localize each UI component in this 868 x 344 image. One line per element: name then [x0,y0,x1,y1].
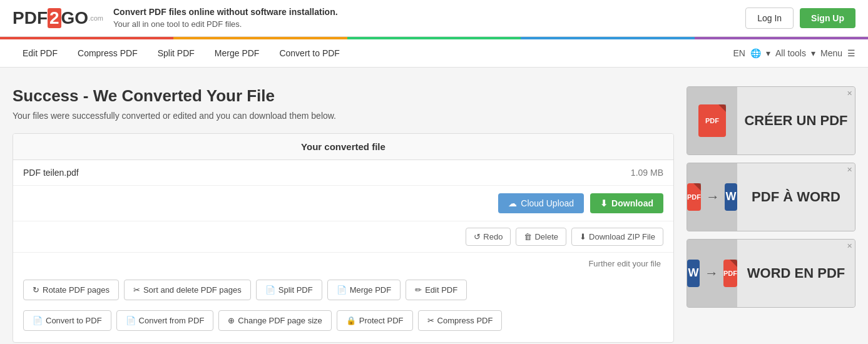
download-button[interactable]: ⬇ Download [590,193,663,213]
ad-pdf-word-close[interactable]: ✕ [847,166,852,174]
header-tagline: Convert PDF files online without softwar… [113,6,338,30]
compress-pdf-button[interactable]: ✂ Compress PDF [418,310,503,331]
lock-icon: 🔒 [346,316,356,325]
word-icon [725,183,737,211]
file-box-header: Your converted file [13,134,673,160]
nav-compress-pdf[interactable]: Compress PDF [68,39,148,67]
arrow-icon-1: → [706,189,720,205]
scissors-icon: ✂ [133,285,140,295]
edit-tools-row: ↻ Rotate PDF pages ✂ Sort and delete PDF… [23,275,663,305]
convert-from-pdf-button[interactable]: 📄 Convert from PDF [116,310,214,331]
main: Success - We Converted Your File Your fi… [0,68,868,344]
change-size-label: Change PDF page size [238,316,322,325]
download-icon: ⬇ [600,198,608,208]
pdf-icon-corner [718,104,726,112]
ad-pdf-word-text: PDF À WORD [752,189,840,205]
ad-word-en-pdf[interactable]: → WORD EN PDF ✕ [687,239,855,308]
edit-pdf-button[interactable]: ✏ Edit PDF [406,280,467,300]
ad-word-en-pdf-close[interactable]: ✕ [847,242,852,250]
nav-all-tools[interactable]: All tools [775,48,806,58]
merge-label: Merge PDF [350,285,391,295]
nav-menu[interactable]: Menu [820,48,842,58]
protect-pdf-button[interactable]: 🔒 Protect PDF [337,310,413,331]
rotate-pdf-button[interactable]: ↻ Rotate PDF pages [23,280,119,300]
logo-2: 2 [48,8,61,28]
zip-label: Download ZIP File [589,232,655,241]
page-subtitle: Your files were successfully converted o… [13,111,674,121]
cloud-upload-button[interactable]: ☁ Cloud Upload [498,193,584,213]
redo-label: Redo [483,232,503,241]
ad-pdf-word-text-area: PDF À WORD [737,163,855,231]
convert-to-label: Convert to PDF [46,316,102,325]
header-right: Log In Sign Up [745,8,855,29]
sort-delete-button[interactable]: ✂ Sort and delete PDF pages [124,280,251,300]
menu-icon: ☰ [847,48,855,58]
delete-button[interactable]: 🗑 Delete [516,228,566,246]
rotate-label: Rotate PDF pages [43,285,110,295]
redo-icon: ↺ [474,232,481,241]
convert-from-label: Convert from PDF [139,316,205,325]
edit-section: Further edit your file ↻ Rotate PDF page… [13,253,673,342]
pdf-icon-creer [698,104,726,137]
logo-pdf: PDF [13,8,48,28]
edit-icon: ✏ [415,285,422,295]
edit-actions-row: ↺ Redo 🗑 Delete ⬇ Download ZIP File [13,221,673,253]
ad-pdf-word-icon-area: → [687,163,737,231]
ad-pdf-word[interactable]: → PDF À WORD ✕ [687,163,855,231]
pdf-icon-corner3 [730,260,737,267]
signup-button[interactable]: Sign Up [800,8,855,28]
cloud-upload-label: Cloud Upload [521,198,574,208]
resize-icon: ⊕ [228,316,235,325]
convert-to-pdf-button[interactable]: 📄 Convert to PDF [23,310,111,331]
page-title: Success - We Converted Your File [13,86,674,106]
sidebar: CRÉER UN PDF ✕ → PDF À WORD ✕ [687,86,855,344]
protect-label: Protect PDF [359,316,404,325]
ad-creer-inner: CRÉER UN PDF [687,87,855,154]
rotate-icon: ↻ [33,285,39,295]
nav-convert-to-pdf[interactable]: Convert to PDF [269,39,349,67]
ad-creer-pdf[interactable]: CRÉER UN PDF ✕ [687,86,855,155]
file-row: PDF teilen.pdf 1.09 MB [13,160,673,186]
logo-go: GO [61,8,89,28]
nav-split-pdf[interactable]: Split PDF [148,39,205,67]
change-size-button[interactable]: ⊕ Change PDF page size [218,310,331,331]
zip-icon: ⬇ [580,232,586,241]
all-tools-chevron: ▾ [811,48,815,58]
ad-word-en-pdf-icon-area: → [687,240,737,307]
further-edit-label: Further edit your file [23,259,663,268]
file-box: Your converted file PDF teilen.pdf 1.09 … [13,133,674,343]
compress-label: Compress PDF [437,316,493,325]
nav-lang-chevron[interactable]: ▾ [766,48,770,58]
ad-pdf-word-inner: → PDF À WORD [687,163,855,231]
content-area: Success - We Converted Your File Your fi… [13,86,674,344]
file-name: PDF teilen.pdf [23,168,79,178]
convert-to-icon: 📄 [33,316,43,325]
logo-com: .com [88,14,103,22]
nav-right: EN 🌐 ▾ All tools ▾ Menu ☰ [733,48,855,58]
login-button[interactable]: Log In [745,8,794,29]
nav-edit-pdf[interactable]: Edit PDF [13,39,68,67]
pdf-icon-corner2 [693,183,701,191]
pdf-icon-word-dst [723,260,737,287]
arrow-icon-2: → [705,265,718,281]
ad-word-en-pdf-inner: → WORD EN PDF [687,240,855,307]
cloud-icon: ☁ [508,198,517,208]
compress-icon: ✂ [427,316,434,325]
header: PDF 2 GO .com Convert PDF files online w… [0,0,868,37]
ad-creer-text: CRÉER UN PDF [744,113,847,129]
ad-word-en-pdf-text: WORD EN PDF [747,265,845,281]
nav-merge-pdf[interactable]: Merge PDF [205,39,270,67]
delete-label: Delete [534,232,558,241]
nav-lang[interactable]: EN [733,48,745,58]
convert-from-icon: 📄 [126,316,136,325]
tagline-main: Convert PDF files online without softwar… [113,6,338,19]
logo: PDF 2 GO .com [13,8,103,28]
ad-creer-close[interactable]: ✕ [847,89,852,98]
merge-pdf-button[interactable]: 📄 Merge PDF [327,280,401,300]
tagline-sub: Your all in one tool to edit PDF files. [113,19,338,30]
download-zip-button[interactable]: ⬇ Download ZIP File [571,228,663,246]
redo-button[interactable]: ↺ Redo [466,228,511,246]
split-pdf-button[interactable]: 📄 Split PDF [256,280,322,300]
nav: Edit PDF Compress PDF Split PDF Merge PD… [0,39,868,68]
trash-icon: 🗑 [524,232,532,241]
